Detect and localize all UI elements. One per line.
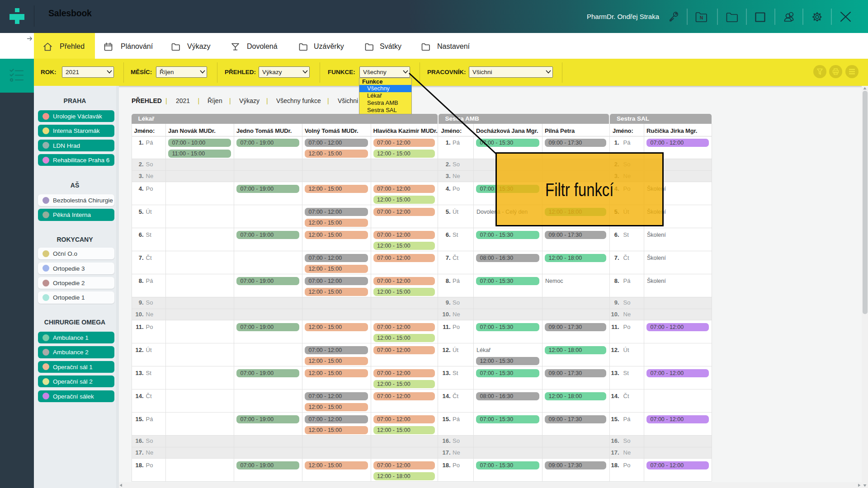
svg-text:N: N — [700, 15, 703, 20]
